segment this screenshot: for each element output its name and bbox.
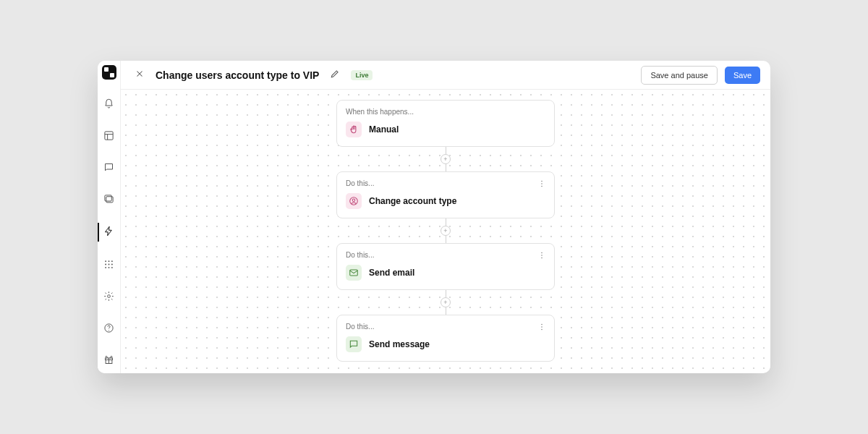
svg-point-21 [352,199,355,202]
svg-point-4 [109,260,110,262]
svg-rect-0 [105,131,113,139]
svg-point-23 [541,255,542,256]
topbar: Change users account type to VIP Live Sa… [121,61,770,90]
sidebar-item-automations[interactable] [98,221,121,243]
step-menu-button[interactable] [535,321,548,334]
help-icon [103,323,114,336]
sidebar-item-gift[interactable] [98,350,121,372]
app-window: Change users account type to VIP Live Sa… [98,61,770,373]
gift-icon [103,354,114,368]
action-step[interactable]: Do this... Change account type [336,171,555,218]
svg-point-24 [541,258,542,259]
svg-point-22 [541,252,542,254]
add-step-button[interactable]: + [441,154,451,164]
svg-point-10 [109,266,110,268]
images-icon [103,194,114,208]
grid-icon [103,259,114,273]
edit-title-button[interactable] [326,67,344,84]
save-button[interactable]: Save [725,67,760,84]
gear-icon [103,291,114,305]
step-title: Send message [369,339,430,349]
app-logo[interactable] [102,65,116,80]
bolt-icon [103,226,114,239]
step-label: Do this... [346,323,545,331]
svg-point-27 [541,326,542,328]
bell-icon [103,98,114,112]
more-vertical-icon [537,250,546,263]
trigger-step[interactable]: When this happens... Manual [336,100,555,147]
step-label: Do this... [346,179,545,187]
svg-point-26 [541,324,542,326]
svg-point-18 [541,183,542,184]
close-button[interactable] [131,67,148,84]
sidebar-item-help[interactable] [98,318,121,340]
sidebar-item-images[interactable] [98,190,121,211]
action-step[interactable]: Do this... Send message [336,315,555,362]
sidebar-nav-top [98,94,121,243]
connector: + [441,147,451,171]
svg-point-7 [109,263,110,265]
workflow-flow: When this happens... Manual + [336,100,555,362]
connector: + [441,218,451,243]
sidebar-nav-bottom [98,255,121,373]
sidebar-item-messages[interactable] [98,158,121,179]
svg-point-17 [541,181,542,182]
svg-point-8 [111,263,113,265]
connector: + [441,290,451,315]
add-step-button[interactable]: + [441,226,451,236]
more-vertical-icon [537,178,546,191]
add-step-button[interactable]: + [441,297,451,307]
page-title: Change users account type to VIP [156,69,319,81]
save-and-pause-button[interactable]: Save and pause [641,66,718,85]
sidebar [98,61,121,373]
svg-point-6 [105,263,106,265]
svg-point-5 [111,260,113,262]
user-circle-icon [346,193,362,209]
action-step[interactable]: Do this... Send email [336,243,555,290]
step-menu-button[interactable] [535,178,548,191]
svg-point-14 [109,330,109,331]
message-icon [103,162,114,176]
svg-point-12 [108,294,111,297]
status-badge: Live [351,70,373,80]
sidebar-item-apps[interactable] [98,255,121,276]
message-icon [346,336,362,352]
main: Change users account type to VIP Live Sa… [121,61,770,373]
step-label: Do this... [346,251,545,259]
sidebar-item-settings[interactable] [98,286,121,308]
workflow-canvas[interactable]: When this happens... Manual + [121,90,770,373]
more-vertical-icon [537,321,546,334]
close-icon [135,69,145,82]
pencil-icon [330,69,340,82]
svg-point-11 [111,266,113,268]
layout-icon [103,130,114,144]
step-menu-button[interactable] [535,250,548,263]
sidebar-item-layouts[interactable] [98,126,121,148]
hand-icon [346,122,362,137]
step-title: Change account type [369,196,456,206]
step-title: Send email [369,268,414,278]
svg-point-19 [541,186,542,187]
svg-point-9 [105,266,106,268]
svg-point-28 [541,329,542,331]
step-label: When this happens... [346,108,545,116]
step-title: Manual [369,124,399,135]
sidebar-item-notifications[interactable] [98,94,121,116]
mail-icon [346,265,362,281]
svg-point-3 [105,260,106,262]
